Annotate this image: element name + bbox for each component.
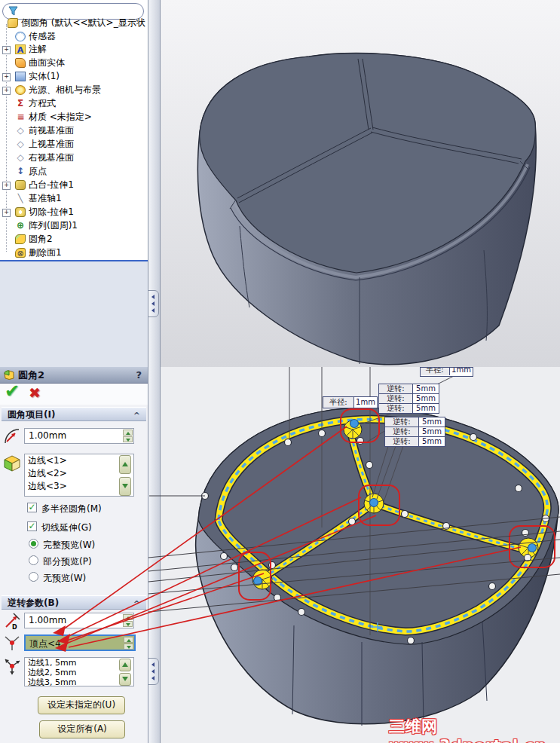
- radius-input[interactable]: 1.00mm: [24, 428, 134, 444]
- viewport-bottom[interactable]: [161, 367, 560, 743]
- group-header-fillet-items[interactable]: 圆角项目(I) ^: [2, 407, 146, 421]
- setback-distance-input[interactable]: 1.00mm: [24, 613, 134, 628]
- tree-item-lights[interactable]: +光源、相机与布景: [0, 84, 148, 96]
- tree-item-equations[interactable]: Σ方程式: [0, 97, 148, 110]
- viewport-top[interactable]: [161, 0, 560, 367]
- vertex-spinner[interactable]: [124, 637, 133, 650]
- splitter-collapse-handle[interactable]: [148, 290, 159, 317]
- plane-icon: ◇: [15, 139, 26, 149]
- no-preview-label: 无预览(W): [43, 572, 86, 585]
- lights-cameras-icon: [15, 85, 26, 95]
- vertex-icon: [3, 633, 21, 651]
- callout-value[interactable]: 5mm: [413, 384, 439, 393]
- panel-splitter[interactable]: [148, 0, 161, 743]
- collapse-chevron-icon[interactable]: ^: [133, 409, 140, 423]
- setback-distance-icon: D: [3, 612, 21, 630]
- tree-item-sensors[interactable]: 传感器: [0, 30, 148, 43]
- list-scroll-up-icon[interactable]: [119, 455, 131, 474]
- spin-down-icon[interactable]: [123, 621, 133, 627]
- tree-item-boss-extrude1[interactable]: +凸台-拉伸1: [0, 179, 148, 191]
- tree-item-material[interactable]: ≡材质 <未指定>: [0, 111, 148, 124]
- distance-spinner[interactable]: [123, 614, 133, 627]
- tree-item-cut-extrude1[interactable]: +切除-拉伸1: [0, 206, 148, 219]
- property-manager: 圆角2 ? ✔ ✖ 圆角项目(I) ^ 1.00mm: [0, 367, 148, 743]
- setback-callout-b[interactable]: 逆转:5mm 逆转:5mm 逆转:5mm: [384, 417, 445, 447]
- radius-callout[interactable]: 半径: 1mm: [323, 396, 378, 408]
- spin-up-icon[interactable]: [123, 430, 133, 436]
- tree-item-part[interactable]: 倒圆角 (默认<<默认>_显示状: [0, 17, 148, 29]
- help-button[interactable]: ?: [136, 369, 142, 381]
- expand-icon[interactable]: +: [2, 46, 11, 54]
- cropped-callout[interactable]: 半径: 1mm: [420, 367, 473, 377]
- circular-pattern-icon: ⊕: [15, 221, 26, 231]
- set-all-button[interactable]: 设定所有(A): [39, 720, 125, 738]
- multi-radius-checkbox[interactable]: ✓: [27, 503, 37, 512]
- cut-extrude-icon: [15, 207, 26, 217]
- list-scroll-up-icon[interactable]: [119, 659, 131, 671]
- callout-value[interactable]: 5mm: [413, 394, 439, 403]
- tangent-propagation-label: 切线延伸(G): [41, 521, 92, 534]
- callout-value[interactable]: 1mm: [354, 397, 377, 408]
- expand-icon[interactable]: +: [2, 73, 11, 81]
- callout-label: 逆转:: [385, 427, 419, 436]
- spin-up-icon[interactable]: [124, 637, 133, 643]
- callout-label: 逆转:: [379, 404, 413, 413]
- tree-item-surface-bodies[interactable]: 曲面实体: [0, 57, 148, 69]
- callout-label: 逆转:: [379, 394, 413, 403]
- tree-item-axis1[interactable]: ╲基准轴1: [0, 192, 148, 205]
- edges-selection-list[interactable]: 边线<1> 边线<2> 边线<3>: [24, 454, 134, 497]
- sensors-icon: [15, 32, 26, 41]
- splitter-collapse-handle[interactable]: [148, 658, 159, 685]
- callout-value[interactable]: 5mm: [419, 437, 445, 446]
- tangent-propagation-checkbox[interactable]: ✓: [27, 521, 37, 531]
- tree-item-origin[interactable]: ↕原点: [0, 165, 148, 178]
- expand-icon[interactable]: +: [2, 87, 11, 95]
- tree-item-front-plane[interactable]: ◇前视基准面: [0, 124, 148, 137]
- cancel-button[interactable]: ✖: [29, 384, 41, 401]
- callout-value[interactable]: 5mm: [413, 404, 439, 413]
- expand-icon[interactable]: +: [2, 209, 11, 217]
- material-icon: ≡: [15, 112, 26, 122]
- feature-manager-tree: 倒圆角 (默认<<默认>_显示状 传感器 +A注解 曲面实体 +实体(1) +光…: [0, 0, 148, 260]
- tree-item-circular-pattern1[interactable]: ⊕阵列(圆周)1: [0, 219, 148, 232]
- equations-icon: Σ: [15, 99, 26, 109]
- tree-item-right-plane[interactable]: ◇右视基准面: [0, 151, 148, 164]
- list-item[interactable]: 边线<3>: [25, 480, 133, 493]
- group-header-setback[interactable]: 逆转参数(B) ^: [2, 595, 146, 610]
- annotations-icon: A: [15, 44, 26, 54]
- list-item[interactable]: 边线3, 5mm: [25, 677, 133, 687]
- callout-value[interactable]: 5mm: [419, 427, 445, 436]
- list-item[interactable]: 边线<1>: [25, 454, 133, 467]
- ok-button[interactable]: ✔: [5, 381, 20, 402]
- callout-value[interactable]: 1mm: [450, 367, 473, 375]
- partial-preview-radio[interactable]: [29, 555, 38, 565]
- full-preview-radio[interactable]: [29, 539, 38, 549]
- collapse-chevron-icon[interactable]: ^: [133, 598, 140, 611]
- no-preview-radio[interactable]: [29, 572, 38, 582]
- list-item[interactable]: 边线2, 5mm: [25, 668, 133, 677]
- setback-distances-list[interactable]: 边线1, 5mm 边线2, 5mm 边线3, 5mm: [24, 657, 134, 686]
- radius-spinner[interactable]: [123, 430, 133, 442]
- radius-icon: [3, 427, 21, 445]
- list-scroll-down-icon[interactable]: [119, 477, 131, 496]
- tree-item-fillet2[interactable]: 圆角2: [0, 233, 148, 246]
- tree-item-delete-face1[interactable]: ⊗删除面1: [0, 246, 148, 259]
- spin-up-icon[interactable]: [123, 614, 133, 620]
- spin-down-icon[interactable]: [123, 436, 133, 442]
- solidworks-window: 倒圆角 (默认<<默认>_显示状 传感器 +A注解 曲面实体 +实体(1) +光…: [0, 0, 560, 743]
- list-item[interactable]: 边线1, 5mm: [25, 658, 133, 668]
- tree-item-annotations[interactable]: +A注解: [0, 43, 148, 56]
- set-unassigned-button[interactable]: 设定未指定的(U): [38, 696, 125, 714]
- spin-down-icon[interactable]: [124, 644, 133, 650]
- multi-radius-label: 多半径圆角(M): [41, 503, 102, 515]
- tree-item-solid-bodies[interactable]: +实体(1): [0, 70, 148, 83]
- callout-value[interactable]: 5mm: [419, 417, 445, 427]
- list-scroll-down-icon[interactable]: [119, 673, 131, 686]
- vertex-selection-input[interactable]: 顶点<4>: [24, 634, 136, 651]
- setback-callout-a[interactable]: 逆转:5mm 逆转:5mm 逆转:5mm: [378, 384, 439, 414]
- tree-item-top-plane[interactable]: ◇上视基准面: [0, 138, 148, 151]
- list-item[interactable]: 边线<2>: [25, 467, 133, 480]
- callout-label: 逆转:: [379, 384, 413, 393]
- expand-icon[interactable]: +: [2, 182, 11, 190]
- model-3d-view: [161, 0, 560, 367]
